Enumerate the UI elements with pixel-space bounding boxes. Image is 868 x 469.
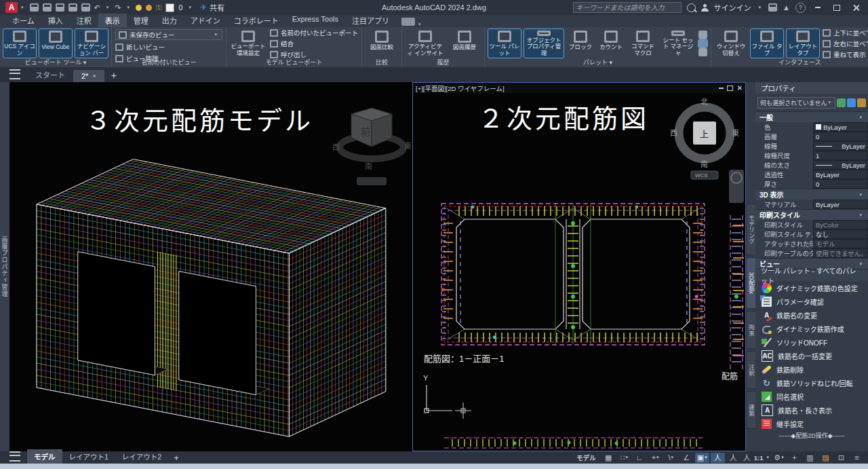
menu-tab-9[interactable]: 注目アプリ [345, 14, 396, 27]
hardware-acceleration[interactable]: ▨ [818, 453, 833, 463]
app-menu-caret-icon[interactable]: ▾ [21, 5, 24, 10]
polar-tracking[interactable]: ⌖▾ [648, 453, 663, 463]
property-value-0-0[interactable]: ByLayer [813, 122, 868, 132]
unlock-icon[interactable]: ⚿ [156, 4, 161, 12]
viewcube-west-label[interactable]: 西 [670, 129, 677, 137]
menu-extra-icon[interactable] [401, 18, 415, 26]
properties-panel-title[interactable]: プロパティ [755, 82, 868, 94]
share-button[interactable]: ✈ 共有 [200, 2, 224, 13]
app-menu-button[interactable]: A [5, 2, 18, 13]
signin-label[interactable]: サインイン [714, 2, 751, 13]
sheet-set-manager-button[interactable]: シート セット マネージャ [661, 29, 695, 58]
layout-tab-2[interactable]: レイアウト2 [115, 449, 168, 464]
search-icon[interactable] [687, 3, 696, 12]
activity-insight-button[interactable]: アクティビティ インサイト [406, 29, 445, 58]
viewport-close-icon[interactable] [737, 86, 741, 90]
menu-tab-4[interactable]: 管理 [127, 14, 155, 27]
palette-tab-0[interactable]: モデリング [746, 204, 755, 255]
tab-close-icon[interactable]: × [92, 73, 96, 79]
drawing-compare-button[interactable]: 図面比較 [366, 29, 398, 58]
clean-screen[interactable]: ⊡ [834, 453, 848, 463]
window-switch-button[interactable]: ウィンドウ 切替え [715, 29, 747, 58]
file-tab-menu-icon[interactable] [9, 69, 20, 79]
menu-tab-8[interactable]: Express Tools [285, 14, 345, 27]
layout-tab-1[interactable]: レイアウト1 [62, 449, 115, 464]
viewport-3d-model[interactable]: ３次元配筋モデル 前 西 南 東 [9, 82, 412, 451]
palette-item-7[interactable]: ↻鉄筋ソリッドねじれ/回転 [755, 376, 868, 390]
workspace-switching[interactable]: ⚙▾ [772, 453, 786, 463]
menu-tab-6[interactable]: アドイン [184, 14, 227, 27]
save-as-icon[interactable] [68, 3, 77, 12]
viewcube-up-label[interactable]: 上 [700, 129, 709, 139]
layout-tabs-toggle[interactable]: レイアウト タブ [787, 29, 819, 58]
tile-vertically-button[interactable]: 左右に並べて表示 [823, 39, 868, 48]
property-value-0-1[interactable]: 0 [813, 132, 868, 141]
count-palette-button[interactable]: カウント [597, 29, 625, 58]
lamp-yellow-icon[interactable] [136, 5, 142, 11]
palette-item-2[interactable]: A鉄筋名の変更 [755, 308, 868, 322]
property-value-2-3[interactable]: 使用できません。 [813, 248, 868, 258]
layer-color-chip[interactable] [165, 3, 174, 12]
redo-caret-icon[interactable]: ▾ [127, 5, 130, 10]
customization[interactable]: ≡ [850, 453, 864, 463]
section-header-0[interactable]: 一般▾ [755, 111, 868, 122]
palette-item-4[interactable]: ソリッドONOFF [755, 335, 868, 349]
palette-item-10[interactable]: 継手設定 [755, 417, 868, 430]
viewport-restore-icon[interactable] [727, 86, 733, 91]
isolate-objects[interactable]: ▥ [803, 453, 817, 463]
viewcube-east-label[interactable]: 東 [732, 129, 739, 137]
viewcube-south-label[interactable]: 南 [701, 160, 708, 168]
named-viewports-button[interactable]: 名前の付いたビューポート [270, 28, 358, 37]
menu-tab-3[interactable]: 表示 [98, 14, 127, 27]
property-value-1-0[interactable]: ByLayer [813, 200, 868, 209]
tab-drawing-2[interactable]: 2* × [73, 70, 104, 82]
viewcube-wcs-menu[interactable] [357, 177, 387, 185]
property-value-0-5[interactable]: ByLayer [813, 170, 868, 179]
viewcube-north-label[interactable]: 北 [701, 98, 708, 106]
layout-tab-0[interactable]: モデル [27, 449, 62, 464]
ortho-mode[interactable]: ∟ [633, 453, 647, 463]
properties-palette-button[interactable]: オブジェクト プロパティ管理 [524, 29, 564, 58]
annotation-scale[interactable]: 人1:1▾ [742, 453, 770, 463]
undo-icon[interactable]: ↶ [94, 4, 100, 12]
viewcube-2d[interactable]: 上 北 西 東 南 WCS [669, 95, 740, 182]
menu-tab-1[interactable]: 挿入 [41, 14, 70, 27]
property-value-2-1[interactable]: なし [813, 229, 868, 239]
palette-item-9[interactable]: A鉄筋名・長さ表示 [755, 403, 868, 417]
join-viewports-button[interactable]: 結合 [270, 39, 358, 48]
tool-palette-title[interactable]: ツール パレット - すべてのパレット [755, 269, 868, 281]
help-icon[interactable]: ? [795, 3, 806, 13]
navigation-bar[interactable] [729, 170, 744, 203]
selection-dropdown[interactable]: 何も選択されていません ▾ [757, 97, 835, 109]
undo-caret-icon[interactable]: ▾ [106, 5, 109, 10]
palette-tab-4[interactable]: 建築 [746, 391, 755, 429]
new-layout-button[interactable]: + [168, 453, 184, 463]
property-value-2-0[interactable]: ByColor [813, 220, 868, 229]
layout-menu-icon[interactable] [9, 451, 20, 462]
menu-extra-caret-icon[interactable]: ▾ [418, 22, 421, 27]
file-tabs-toggle[interactable]: ファイル タブ [751, 29, 783, 58]
viewcube-front-label[interactable]: 前 [361, 126, 370, 137]
property-value-0-6[interactable]: 0 [813, 179, 868, 189]
palette-small-icon-1[interactable] [698, 31, 707, 39]
open-file-icon[interactable] [43, 3, 52, 12]
lamp-orange-icon[interactable] [146, 5, 152, 11]
viewport-minimize-icon[interactable] [719, 88, 724, 89]
close-button[interactable] [849, 3, 863, 12]
tile-horizontally-button[interactable]: 上下に並べて表示 [823, 28, 868, 37]
search-input[interactable] [573, 2, 682, 13]
layer-caret-icon[interactable]: ▾ [189, 5, 191, 10]
model-space[interactable]: モデル [572, 453, 600, 463]
menu-tab-5[interactable]: 出力 [155, 14, 184, 27]
signin-person-icon[interactable] [701, 4, 709, 12]
viewport-2d-plan[interactable]: [+][平面図][2D ワイヤフレーム] Y 配筋図：1－正 [412, 82, 746, 451]
palette-item-3[interactable]: ダイナミック鉄筋作成 [755, 322, 868, 335]
palette-item-8[interactable]: 同名選択 [755, 390, 868, 403]
palette-item-6[interactable]: 鉄筋削除 [755, 362, 868, 376]
drawing-history-button[interactable]: 図面履歴 [448, 29, 481, 58]
restore-button[interactable] [830, 3, 844, 12]
command-macro-button[interactable]: コマンド マクロ [628, 29, 658, 58]
palette-tab-1[interactable]: 3D配筋x [746, 257, 755, 309]
palette-item-1[interactable]: パラメータ確認 [755, 295, 868, 308]
section-header-1[interactable]: 3D 表示▾ [755, 189, 868, 200]
